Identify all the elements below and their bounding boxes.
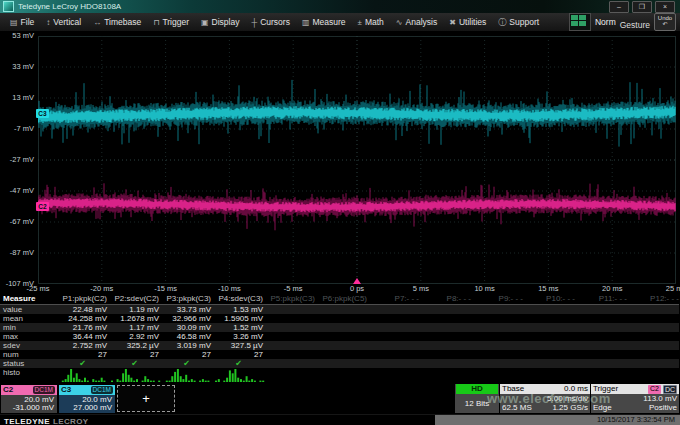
timebase-panel[interactable]: Tbase 0.0 ms 5.00 ms/div 62.5 MS 1.25 GS… xyxy=(500,384,590,413)
x-axis-tick-label: 0 ps xyxy=(350,285,364,293)
measure-col-header-p2[interactable]: P2:sdev(C2) xyxy=(110,293,162,304)
measure-cell: 30.09 mV xyxy=(162,323,214,332)
menu-trigger[interactable]: ⊓Trigger xyxy=(147,15,195,29)
x-axis-tick-label: 25 ms xyxy=(666,285,680,293)
histogram-sparkline xyxy=(578,368,630,384)
measure-row-label: sdev xyxy=(0,341,58,350)
measure-col-header-p8[interactable]: P8:- - - xyxy=(422,293,474,304)
menu-support[interactable]: ⓘSupport xyxy=(492,15,545,30)
measure-cell: 1.19 mV xyxy=(110,305,162,314)
measure-cell xyxy=(266,314,318,323)
y-axis-tick-label: 53 mV xyxy=(0,32,34,40)
measure-col-header-p6[interactable]: P6:pkpk(C5) xyxy=(318,293,370,304)
measure-col-header-p5[interactable]: P5:pkpk(C3) xyxy=(266,293,318,304)
measure-row-status: status✔✔✔✔ xyxy=(0,359,679,368)
measure-cell xyxy=(318,305,370,314)
gesture-button[interactable]: Gesture xyxy=(620,20,650,30)
measure-row-num: num27272727 xyxy=(0,350,679,359)
measure-cell xyxy=(318,314,370,323)
measure-cell xyxy=(318,341,370,350)
minimize-button[interactable]: – xyxy=(609,1,629,13)
histogram-sparkline xyxy=(630,368,680,384)
descriptor-header: C3DC1M xyxy=(59,385,115,395)
measure-cell xyxy=(630,323,680,332)
measure-cell xyxy=(630,305,680,314)
channel-name: C2 xyxy=(3,385,13,395)
menu-display[interactable]: ▣Display xyxy=(195,15,245,29)
measure-cell xyxy=(422,305,474,314)
status-check-icon: ✔ xyxy=(162,359,214,368)
measure-cell: 327.5 µV xyxy=(214,341,266,350)
menu-utilities[interactable]: ✖Utilities xyxy=(443,15,492,29)
grid-layout-button[interactable] xyxy=(569,13,591,31)
display-icon: ▣ xyxy=(201,18,209,27)
measure-col-header-p4[interactable]: P4:sdev(C3) xyxy=(214,293,266,304)
measure-col-header-p12[interactable]: P12:- - - xyxy=(630,293,680,304)
histogram-sparkline xyxy=(422,368,474,384)
measure-cell xyxy=(474,341,526,350)
trigger-panel[interactable]: Trigger C2 DC 113.0 mV Edge Positive xyxy=(591,384,679,413)
measure-cell xyxy=(526,350,578,359)
histogram-sparkline xyxy=(58,368,110,384)
status-check-icon xyxy=(630,359,680,368)
menu-analysis[interactable]: ∿Analysis xyxy=(390,15,443,29)
trigger-time-marker[interactable] xyxy=(353,278,361,284)
timebase-label: Tbase xyxy=(502,384,524,394)
channel-marker-c2[interactable]: C2 xyxy=(36,202,49,211)
measure-col-header-p7[interactable]: P7:- - - xyxy=(370,293,422,304)
measure-cell: 1.2678 mV xyxy=(110,314,162,323)
measure-cell xyxy=(474,350,526,359)
measure-cell: 325.2 µV xyxy=(110,341,162,350)
measure-col-header-p11[interactable]: P11:- - - xyxy=(578,293,630,304)
measure-cell: 33.73 mV xyxy=(162,305,214,314)
menu-file[interactable]: ▤File xyxy=(4,15,40,29)
channel-marker-c3[interactable]: C3 xyxy=(36,109,49,118)
measure-row-label: status xyxy=(0,359,58,368)
measure-col-header-p1[interactable]: P1:pkpk(C2) xyxy=(58,293,110,304)
add-channel-button[interactable]: + xyxy=(117,385,175,412)
menu-label: Utilities xyxy=(459,17,486,27)
measure-cell: 1.5905 mV xyxy=(214,314,266,323)
x-axis-tick-label: 5 ms xyxy=(413,285,429,293)
graticule-grid[interactable] xyxy=(38,36,676,284)
measure-col-header-p10[interactable]: P10:- - - xyxy=(526,293,578,304)
close-button[interactable]: × xyxy=(655,1,675,13)
channel-descriptor-c2[interactable]: C2DC1M20.0 mV-31.000 mV xyxy=(1,385,57,412)
measure-cell xyxy=(630,314,680,323)
menu-label: Measure xyxy=(312,17,345,27)
menu-vertical[interactable]: ↕Vertical xyxy=(40,15,87,29)
measure-cell xyxy=(422,314,474,323)
menu-label: Trigger xyxy=(162,17,189,27)
status-check-icon xyxy=(578,359,630,368)
status-check-icon xyxy=(526,359,578,368)
measure-col-header-p3[interactable]: P3:pkpk(C3) xyxy=(162,293,214,304)
measure-cell: 3.019 mV xyxy=(162,341,214,350)
hd-resolution-panel[interactable]: HD 12 Bits xyxy=(455,384,499,413)
undo-button[interactable]: Undo ↶ xyxy=(654,13,676,31)
measure-row-label: value xyxy=(0,305,58,314)
measure-row-label: min xyxy=(0,323,58,332)
maximize-button[interactable]: ❐ xyxy=(632,1,652,13)
channel-descriptor-c3[interactable]: C3DC1M20.0 mV27.000 mV xyxy=(59,385,115,412)
measure-cell xyxy=(370,323,422,332)
menu-measure[interactable]: ▥Measure xyxy=(296,15,352,29)
measure-cell xyxy=(578,341,630,350)
waveform-display[interactable]: 53 mV33 mV13 mV-7 mV-27 mV-47 mV-67 mV-8… xyxy=(0,32,680,293)
measure-col-header-p9[interactable]: P9:- - - xyxy=(474,293,526,304)
bits-label: 12 Bits xyxy=(455,399,499,408)
menu-math[interactable]: ±Math xyxy=(352,15,390,29)
oscilloscope-application: Teledyne LeCroy HDO8108A – ❐ × ▤File↕Ver… xyxy=(0,0,680,425)
norm-mode-label[interactable]: Norm xyxy=(595,17,616,27)
menu-label: Analysis xyxy=(406,17,438,27)
measure-table: MeasureP1:pkpk(C2)P2:sdev(C2)P3:pkpk(C3)… xyxy=(0,293,679,384)
trigger-label: Trigger xyxy=(593,384,618,394)
menu-timebase[interactable]: ↔Timebase xyxy=(87,15,147,29)
measure-cell: 32.966 mV xyxy=(162,314,214,323)
math-icon: ± xyxy=(358,18,362,27)
menu-cursors[interactable]: ┼Cursors xyxy=(245,15,295,29)
measure-cell xyxy=(370,341,422,350)
x-axis-tick-label: -10 ms xyxy=(218,285,241,293)
status-check-icon xyxy=(266,359,318,368)
status-check-icon xyxy=(422,359,474,368)
measure-cell: 36.44 mV xyxy=(58,332,110,341)
